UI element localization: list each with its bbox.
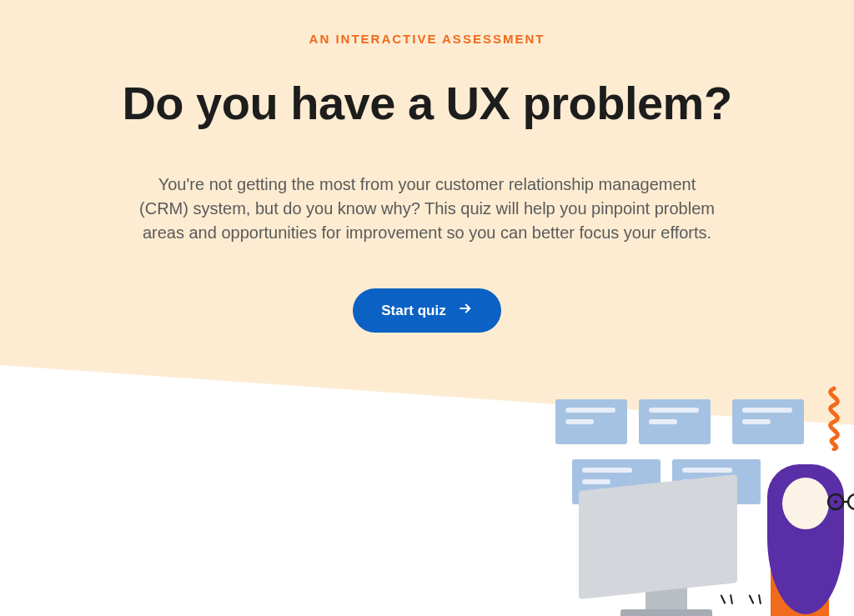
svg-point-4 [834,500,837,503]
start-quiz-button[interactable]: Start quiz [353,288,500,333]
hero-description: You're not getting the most from your cu… [135,173,719,245]
ui-card-icon [639,399,711,444]
hero-content: AN INTERACTIVE ASSESSMENT Do you have a … [0,0,854,333]
ui-card-icon [732,399,804,444]
hero-illustration [545,399,854,616]
page-title: Do you have a UX problem? [0,74,854,133]
monitor-base-icon [620,609,712,616]
arrow-right-icon [458,301,473,320]
person-face-icon [782,478,829,529]
accent-marks-icon [721,594,771,611]
start-quiz-label: Start quiz [381,303,445,319]
monitor-screen-icon [579,474,737,599]
eyebrow-text: AN INTERACTIVE ASSESSMENT [0,32,854,46]
ui-card-icon [555,399,627,444]
svg-point-2 [848,494,854,509]
